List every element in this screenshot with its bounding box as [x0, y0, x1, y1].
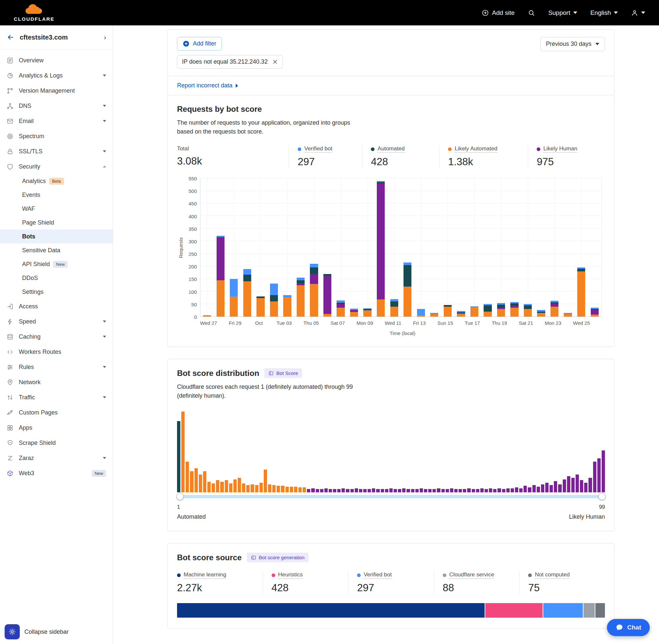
histogram-bar[interactable]	[281, 486, 284, 492]
histogram-bar[interactable]	[181, 412, 185, 492]
date-range-dropdown[interactable]: Previous 30 days	[540, 37, 605, 51]
chart-bar[interactable]	[577, 178, 585, 317]
histogram-bar[interactable]	[411, 489, 415, 492]
histogram-bar[interactable]	[571, 478, 574, 492]
add-filter-button[interactable]: Add filter	[177, 37, 222, 50]
histogram-bar[interactable]	[311, 488, 314, 492]
histogram-bar[interactable]	[246, 485, 250, 492]
source-bar-segment-cloudflare-service[interactable]	[583, 603, 595, 618]
chart-bar[interactable]	[497, 178, 505, 317]
histogram-bar[interactable]	[337, 489, 340, 492]
slider-track[interactable]	[177, 495, 605, 498]
histogram-bar[interactable]	[472, 489, 475, 492]
histogram-bar[interactable]	[575, 475, 579, 492]
histogram-bar[interactable]	[446, 489, 449, 492]
histogram-bar[interactable]	[220, 482, 223, 492]
stat-label[interactable]: Verified bot	[304, 145, 332, 153]
sidebar-item-workers-routes[interactable]: Workers Routes	[0, 344, 113, 360]
histogram-bar[interactable]	[398, 489, 401, 492]
chart-bar[interactable]	[537, 178, 545, 317]
sidebar-item-apps[interactable]: Apps	[0, 420, 113, 435]
chart-bar[interactable]	[310, 178, 318, 317]
histogram-bar[interactable]	[372, 488, 375, 492]
chart-bar[interactable]	[417, 178, 425, 317]
chart-bar[interactable]	[217, 178, 225, 317]
stat-label[interactable]: Verified bot	[363, 572, 392, 579]
sidebar-item-rules[interactable]: Rules	[0, 360, 113, 374]
chart-bar[interactable]	[564, 178, 572, 317]
histogram-bar[interactable]	[442, 489, 445, 492]
histogram-bar[interactable]	[467, 488, 470, 492]
histogram-bar[interactable]	[303, 487, 306, 492]
histogram-bar[interactable]	[450, 488, 453, 492]
bot-score-badge[interactable]: Bot Score	[264, 368, 302, 378]
chart-bar[interactable]	[444, 178, 452, 317]
histogram-bar[interactable]	[259, 483, 263, 492]
collapse-sidebar-label[interactable]: Collapse sidebar	[24, 628, 69, 636]
histogram-bar[interactable]	[207, 482, 211, 492]
histogram-bar[interactable]	[190, 471, 193, 492]
chart-bar[interactable]	[350, 178, 358, 317]
chart-bar[interactable]	[550, 178, 559, 317]
chart-bar[interactable]	[336, 178, 345, 317]
stat-label[interactable]: Likely Automated	[455, 145, 497, 153]
histogram-bar[interactable]	[476, 489, 479, 492]
sidebar-item-security[interactable]: Security	[0, 159, 113, 174]
histogram-bar[interactable]	[406, 489, 410, 492]
sidebar-item-analytics[interactable]: AnalyticsBeta	[0, 174, 113, 188]
sidebar-item-speed[interactable]: Speed	[0, 314, 113, 329]
chart-bar[interactable]	[363, 178, 371, 317]
histogram-bar[interactable]	[277, 486, 280, 492]
sidebar-item-zaraz[interactable]: Zaraz	[0, 451, 113, 466]
sidebar-item-api-shield[interactable]: API ShieldNew	[0, 257, 113, 271]
sidebar-item-access[interactable]: Access	[0, 299, 113, 314]
histogram-bar[interactable]	[437, 488, 440, 492]
histogram-bar[interactable]	[428, 489, 431, 492]
histogram-bar[interactable]	[537, 487, 540, 492]
remove-filter-button[interactable]	[272, 59, 278, 65]
histogram-bar[interactable]	[268, 484, 271, 493]
stat-label[interactable]: Cloudflare service	[449, 572, 494, 579]
histogram-bar[interactable]	[584, 483, 587, 492]
histogram-bar[interactable]	[394, 489, 397, 492]
histogram-bar[interactable]	[233, 480, 237, 492]
histogram-bar[interactable]	[523, 486, 527, 492]
histogram-bar[interactable]	[238, 478, 241, 492]
source-bar-segment-machine-learning[interactable]	[177, 603, 485, 618]
stat-label[interactable]: Not computed	[535, 572, 570, 579]
histogram-bar[interactable]	[554, 481, 557, 492]
histogram-bar[interactable]	[507, 488, 510, 492]
sidebar-item-overview[interactable]: Overview	[0, 53, 113, 68]
sidebar-item-web3[interactable]: Web3New	[0, 466, 113, 481]
chart-bar[interactable]	[457, 178, 465, 317]
histogram-bar[interactable]	[194, 468, 198, 493]
search-button[interactable]	[528, 9, 535, 17]
histogram-bar[interactable]	[381, 489, 384, 492]
histogram-bar[interactable]	[597, 458, 601, 492]
chart-bar[interactable]	[430, 178, 438, 317]
chart-bar[interactable]	[203, 178, 211, 317]
histogram-bar[interactable]	[545, 483, 548, 492]
sidebar-item-ddos[interactable]: DDoS	[0, 271, 113, 285]
histogram-bar[interactable]	[502, 489, 505, 492]
histogram-bar[interactable]	[298, 487, 302, 492]
stat-label[interactable]: Heuristics	[278, 572, 303, 579]
sidebar-item-waf[interactable]: WAF	[0, 202, 113, 216]
chevron-right-icon[interactable]: ›	[104, 34, 106, 41]
histogram-bar[interactable]	[528, 487, 531, 492]
histogram-bar[interactable]	[533, 485, 536, 492]
histogram-bar[interactable]	[558, 484, 561, 493]
sidebar-item-custom-pages[interactable]: Custom Pages	[0, 405, 113, 420]
histogram-bar[interactable]	[199, 475, 202, 492]
histogram-bar[interactable]	[497, 488, 501, 492]
report-incorrect-data-link[interactable]: Report incorrect data	[177, 82, 238, 89]
histogram-bar[interactable]	[376, 489, 379, 492]
histogram-bar[interactable]	[567, 476, 570, 492]
chart-bar[interactable]	[230, 178, 238, 317]
histogram-bar[interactable]	[294, 487, 297, 492]
add-site-button[interactable]: Add site	[481, 9, 515, 17]
histogram-bar[interactable]	[515, 487, 518, 492]
histogram-bar[interactable]	[363, 489, 367, 492]
back-button[interactable]	[6, 33, 15, 41]
histogram-bar[interactable]	[580, 480, 583, 492]
